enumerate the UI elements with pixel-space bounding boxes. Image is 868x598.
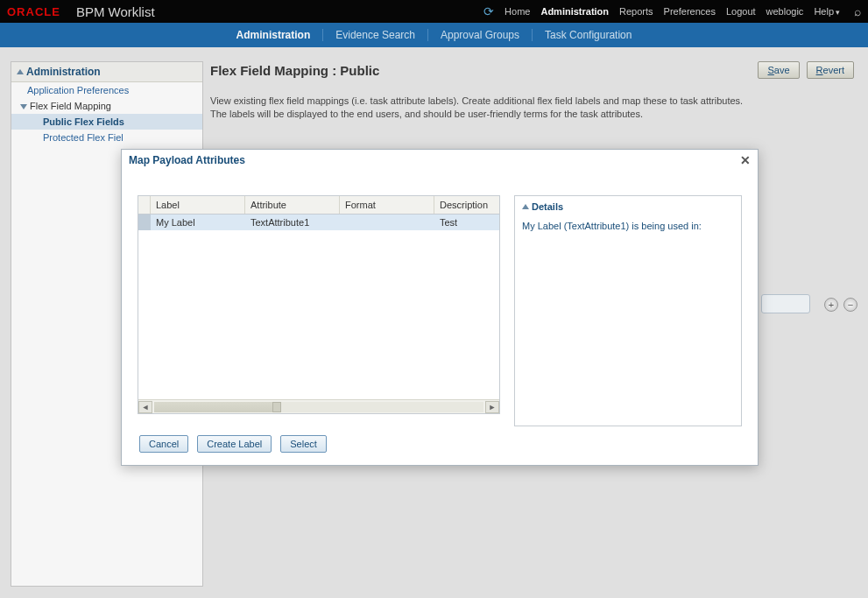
col-attribute[interactable]: Attribute	[245, 196, 340, 214]
scroll-thumb[interactable]	[272, 402, 281, 412]
scroll-track[interactable]	[154, 402, 483, 412]
details-text: My Label (TextAttribute1) is being used …	[522, 221, 734, 231]
map-payload-attributes-dialog: Map Payload Attributes ✕ Label Attribute…	[121, 149, 759, 466]
cell-attribute: TextAttribute1	[245, 215, 340, 230]
details-header: Details	[522, 201, 734, 212]
cell-format	[340, 215, 434, 230]
table-header: Label Attribute Format Description	[138, 196, 499, 215]
scroll-filler	[154, 402, 272, 412]
details-header-label: Details	[532, 201, 563, 212]
row-handle[interactable]	[138, 215, 151, 230]
details-panel: Details My Label (TextAttribute1) is bei…	[514, 195, 742, 426]
col-label[interactable]: Label	[151, 196, 245, 214]
modal-footer: Cancel Create Label Select	[139, 435, 327, 453]
table-row[interactable]: My Label TextAttribute1 Test	[138, 215, 499, 230]
scroll-right-icon[interactable]: ►	[485, 401, 499, 413]
scroll-left-icon[interactable]: ◄	[138, 401, 152, 413]
modal-title: Map Payload Attributes	[129, 154, 245, 166]
table-rows: My Label TextAttribute1 Test	[138, 215, 499, 399]
create-label-button[interactable]: Create Label	[197, 435, 272, 453]
horizontal-scrollbar[interactable]: ◄ ►	[138, 399, 499, 413]
modal-body: Label Attribute Format Description My La…	[122, 171, 758, 426]
row-handle-header	[138, 196, 151, 214]
disclosure-icon[interactable]	[522, 204, 529, 209]
modal-titlebar: Map Payload Attributes ✕	[122, 150, 758, 171]
col-format[interactable]: Format	[340, 196, 434, 214]
col-description[interactable]: Description	[434, 196, 499, 214]
close-icon[interactable]: ✕	[740, 153, 751, 167]
cell-description: Test	[434, 215, 499, 230]
select-button[interactable]: Select	[280, 435, 327, 453]
cell-label: My Label	[151, 215, 245, 230]
cancel-button[interactable]: Cancel	[139, 435, 188, 453]
attributes-table: Label Attribute Format Description My La…	[138, 195, 500, 414]
